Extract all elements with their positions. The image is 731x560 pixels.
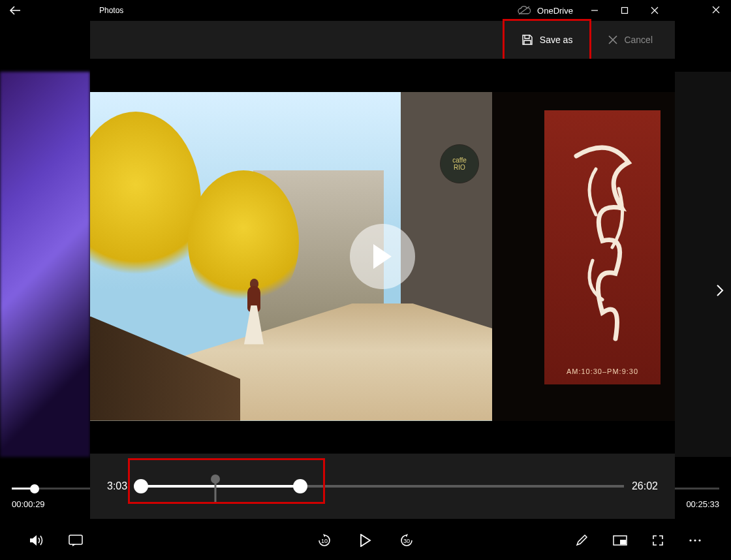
back-button[interactable] bbox=[0, 0, 30, 21]
fullscreen-button[interactable] bbox=[652, 535, 664, 546]
play-icon bbox=[371, 243, 394, 270]
volume-button[interactable] bbox=[29, 534, 44, 547]
svg-point-5 bbox=[689, 539, 691, 541]
svg-point-7 bbox=[698, 539, 700, 541]
mini-view-button[interactable] bbox=[613, 535, 627, 546]
speaker-icon bbox=[29, 534, 44, 547]
trim-bar: 3:03 26:02 bbox=[90, 454, 675, 519]
chevron-right-icon bbox=[716, 284, 724, 297]
svg-rect-8 bbox=[622, 8, 628, 14]
svg-point-6 bbox=[694, 539, 696, 541]
shop-sign: AM:10:30–PM:9:30 bbox=[544, 110, 661, 384]
svg-text:10: 10 bbox=[321, 538, 328, 544]
highlight-save-as: Save as bbox=[503, 19, 592, 61]
skip-forward-icon: 30 bbox=[399, 533, 414, 548]
pip-icon bbox=[613, 535, 627, 546]
figure-person bbox=[243, 279, 265, 349]
cancel-button[interactable]: Cancel bbox=[600, 29, 661, 50]
outer-progress-thumb[interactable] bbox=[30, 484, 39, 493]
cancel-label: Cancel bbox=[624, 35, 653, 45]
close-icon bbox=[712, 6, 720, 14]
subtitles-icon bbox=[69, 535, 83, 546]
background-video-left bbox=[0, 72, 90, 457]
pencil-icon bbox=[575, 534, 588, 547]
dialog-close-button[interactable] bbox=[640, 0, 670, 21]
dialog-titlebar: Photos OneDrive bbox=[90, 0, 675, 21]
video-preview-area: caffe RIO AM:10:30–PM:9:30 bbox=[90, 59, 675, 454]
maximize-icon bbox=[621, 7, 629, 14]
dialog-toolbar: Save as Cancel bbox=[90, 21, 675, 59]
outer-controls-bar: 10 30 bbox=[0, 521, 731, 560]
save-as-label: Save as bbox=[540, 35, 573, 45]
close-icon bbox=[651, 7, 659, 14]
minimize-icon bbox=[591, 7, 599, 14]
skip-back-button[interactable]: 10 bbox=[317, 533, 332, 548]
trim-handle-start[interactable] bbox=[134, 479, 148, 493]
photos-trim-dialog: Photos OneDrive Save as Cancel bbox=[90, 0, 675, 519]
outer-close-button[interactable] bbox=[701, 0, 731, 20]
minimize-button[interactable] bbox=[580, 0, 610, 21]
trim-track[interactable] bbox=[141, 470, 624, 503]
skip-forward-button[interactable]: 30 bbox=[399, 533, 414, 548]
maximize-button[interactable] bbox=[610, 0, 640, 21]
outer-current-time: 00:00:29 bbox=[12, 499, 45, 509]
save-as-button[interactable]: Save as bbox=[514, 29, 581, 51]
play-button[interactable] bbox=[360, 534, 371, 547]
save-icon bbox=[521, 34, 533, 46]
trim-end-time: 26:02 bbox=[624, 480, 658, 492]
arrow-left-icon bbox=[9, 6, 21, 15]
trim-handle-end[interactable] bbox=[293, 479, 307, 493]
edit-button[interactable] bbox=[575, 534, 588, 547]
play-icon bbox=[360, 534, 371, 547]
more-button[interactable] bbox=[689, 538, 702, 542]
video-frame: caffe RIO AM:10:30–PM:9:30 bbox=[90, 92, 675, 421]
next-item-button[interactable] bbox=[709, 274, 731, 307]
ellipsis-icon bbox=[689, 538, 702, 542]
background-video-right bbox=[675, 72, 731, 457]
app-title: Photos bbox=[90, 6, 123, 15]
cloud-off-icon bbox=[518, 6, 531, 15]
cafe-sign: caffe RIO bbox=[440, 144, 479, 183]
play-overlay-button[interactable] bbox=[350, 224, 415, 289]
trim-playhead[interactable] bbox=[211, 474, 220, 484]
svg-rect-0 bbox=[69, 535, 82, 544]
cloud-label: OneDrive bbox=[537, 6, 573, 16]
sign-hours: AM:10:30–PM:9:30 bbox=[544, 367, 661, 375]
svg-rect-4 bbox=[620, 540, 626, 544]
close-icon bbox=[608, 35, 617, 44]
svg-text:30: 30 bbox=[403, 538, 410, 544]
background-player: 00:00:29 00:25:33 10 30 bbox=[0, 0, 731, 560]
subtitles-button[interactable] bbox=[69, 535, 83, 546]
skip-back-icon: 10 bbox=[317, 533, 332, 548]
outer-total-time: 00:25:33 bbox=[686, 499, 719, 509]
fullscreen-icon bbox=[652, 535, 664, 546]
